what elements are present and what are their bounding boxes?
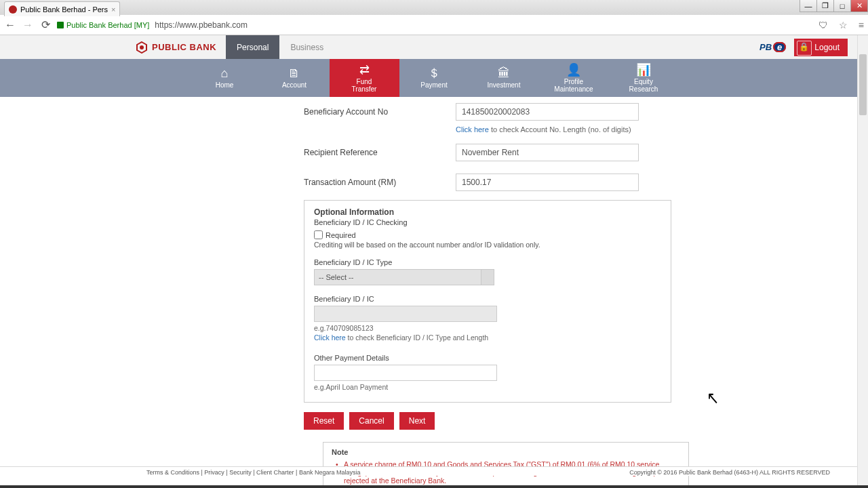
check-acct-link[interactable]: Click here xyxy=(456,125,489,134)
form-content: Beneficiary Account No Click here to che… xyxy=(0,97,868,485)
url-host: Public Bank Berhad [MY] xyxy=(66,21,149,29)
close-window-button[interactable]: ✕ xyxy=(850,0,868,12)
optional-info-box: Optional Information Beneficiary ID / IC… xyxy=(304,200,671,403)
svg-point-1 xyxy=(140,45,144,49)
transfer-icon: ⇄ xyxy=(359,64,370,76)
note-box: Note A service charge of RM0.10 and Good… xyxy=(323,442,689,485)
home-icon: ⌂ xyxy=(221,67,229,79)
bene-acct-label: Beneficiary Account No xyxy=(304,107,456,117)
shield-icon[interactable]: 🛡 xyxy=(818,20,828,30)
logo-text: PUBLIC BANK xyxy=(152,42,216,52)
hamburger-icon[interactable]: ≡ xyxy=(859,20,864,30)
note-title: Note xyxy=(332,448,680,456)
star-icon[interactable]: ☆ xyxy=(839,20,848,30)
title-bar: Public Bank Berhad - Pers × — ❐ □ ✕ xyxy=(0,0,868,15)
logout-button[interactable]: Logout xyxy=(794,39,848,56)
required-checkbox[interactable] xyxy=(314,230,323,239)
minimize-button[interactable]: — xyxy=(800,0,817,12)
pbe-logo: PBe xyxy=(760,42,786,52)
nav-payment[interactable]: ＄Payment xyxy=(399,59,469,97)
id-example: e.g.740709085123 xyxy=(314,324,661,332)
back-button[interactable]: ← xyxy=(4,19,16,31)
page-viewport: PUBLIC BANK Personal Business PBe Logout… xyxy=(0,35,868,485)
check-id-link[interactable]: Click here xyxy=(314,333,346,342)
id-input-disabled xyxy=(314,306,497,322)
person-icon: 👤 xyxy=(566,64,581,76)
amount-label: Transaction Amount (RM) xyxy=(304,178,456,187)
required-label: Required xyxy=(326,231,356,239)
ssl-indicator[interactable]: Public Bank Berhad [MY] xyxy=(57,21,149,29)
nav-account[interactable]: 🗎Account xyxy=(260,59,330,97)
bank-logo[interactable]: PUBLIC BANK xyxy=(136,41,216,54)
tab-personal[interactable]: Personal xyxy=(226,35,279,59)
nav-investment[interactable]: 🏛Investment xyxy=(469,59,539,97)
vertical-scrollbar[interactable] xyxy=(857,35,868,485)
nav-home[interactable]: ⌂Home xyxy=(190,59,260,97)
optional-subtitle: Beneficiary ID / IC Checking xyxy=(314,218,661,226)
top-header: PUBLIC BANK Personal Business PBe Logout xyxy=(0,35,868,59)
favicon xyxy=(9,5,17,14)
building-icon: 🏛 xyxy=(498,67,510,79)
chart-icon: 📊 xyxy=(636,64,651,76)
recip-ref-input[interactable] xyxy=(456,144,639,161)
other-details-input[interactable] xyxy=(314,365,497,381)
next-button[interactable]: Next xyxy=(399,412,435,430)
optional-title: Optional Information xyxy=(314,207,661,217)
id-type-label: Beneficiary ID / IC Type xyxy=(314,258,661,266)
chevron-down-icon xyxy=(485,276,490,281)
main-nav: ⌂Home 🗎Account ⇄Fund Transfer ＄Payment 🏛… xyxy=(0,59,868,97)
restore-button[interactable]: ❐ xyxy=(816,0,834,12)
crediting-note: Crediting will be based on the account n… xyxy=(314,241,661,249)
id-type-select: -- Select -- xyxy=(314,269,494,285)
id-check-hint: Click here to check Beneficiary ID / IC … xyxy=(314,333,661,342)
nav-profile[interactable]: 👤Profile Maintenance xyxy=(539,59,609,97)
document-icon: 🗎 xyxy=(288,67,300,79)
dollar-icon: ＄ xyxy=(428,67,440,79)
id-label: Beneficiary ID / IC xyxy=(314,295,661,303)
browser-tab[interactable]: Public Bank Berhad - Pers × xyxy=(4,1,120,16)
recip-ref-label: Recipient Reference xyxy=(304,148,456,157)
taskbar xyxy=(0,485,868,488)
amount-input[interactable] xyxy=(456,174,639,191)
copyright: Copyright © 2016 Public Bank Berhad (646… xyxy=(629,469,830,476)
tab-business[interactable]: Business xyxy=(279,35,334,59)
forward-button[interactable]: → xyxy=(22,19,34,31)
reload-button[interactable]: ⟳ xyxy=(39,18,52,31)
other-example: e.g.April Loan Payment xyxy=(314,383,661,391)
logo-icon xyxy=(136,41,148,54)
maximize-button[interactable]: □ xyxy=(833,0,851,12)
close-tab-icon[interactable]: × xyxy=(111,5,115,14)
tab-title: Public Bank Berhad - Pers xyxy=(20,5,108,14)
reset-button[interactable]: Reset xyxy=(304,412,344,430)
url-text[interactable]: https://www.pbebank.com xyxy=(155,20,248,30)
cancel-button[interactable]: Cancel xyxy=(349,412,393,430)
acct-check-hint: Click here to check Account No. Length (… xyxy=(456,125,685,134)
scroll-thumb[interactable] xyxy=(859,54,867,115)
nav-equity[interactable]: 📊Equity Research xyxy=(609,59,679,97)
footer-links[interactable]: Terms & Conditions | Privacy | Security … xyxy=(146,469,360,476)
bene-acct-input[interactable] xyxy=(456,103,639,121)
lock-icon xyxy=(57,22,64,28)
nav-fund-transfer[interactable]: ⇄Fund Transfer xyxy=(330,59,399,97)
other-label: Other Payment Details xyxy=(314,354,661,362)
footer: Terms & Conditions | Privacy | Security … xyxy=(0,466,857,476)
address-bar: ← → ⟳ Public Bank Berhad [MY] https://ww… xyxy=(0,15,868,35)
